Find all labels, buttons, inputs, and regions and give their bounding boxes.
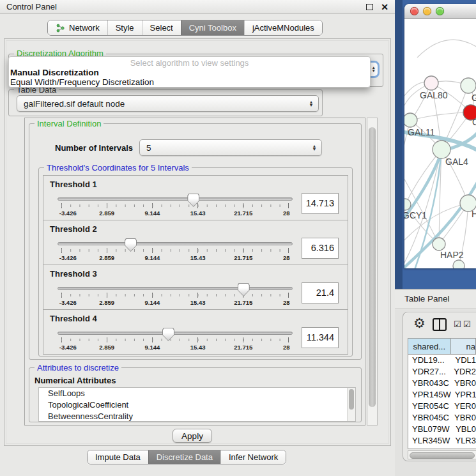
node-label: G xyxy=(472,93,476,103)
table-panel-toolbar: ⚙ ☑ ☑ xyxy=(403,312,476,338)
close-icon[interactable]: ✕ xyxy=(381,3,388,12)
column-header-name[interactable]: na xyxy=(451,339,476,354)
tab-network[interactable]: Network xyxy=(48,20,107,35)
table-panel-titlebar: Table Panel xyxy=(395,289,476,309)
zoom-window-icon[interactable] xyxy=(436,7,444,15)
tab-style[interactable]: Style xyxy=(107,20,142,35)
control-panel-titlebar: Control Panel ✕ xyxy=(0,0,395,14)
threshold-4-panel: Threshold 4 -3.426 2.859 9.144 15.43 xyxy=(43,309,348,355)
table-horizontal-scrollbar[interactable] xyxy=(408,450,476,459)
threshold-2-slider[interactable]: -3.426 2.859 9.144 15.43 21.715 28 xyxy=(58,238,293,264)
scrollbar-thumb[interactable] xyxy=(369,127,376,407)
node-label: GAL80 xyxy=(420,90,448,100)
scrollbar-thumb[interactable] xyxy=(410,452,475,459)
tab-network-label: Network xyxy=(69,23,100,33)
tab-select[interactable]: Select xyxy=(142,20,181,35)
slider-track[interactable] xyxy=(58,287,293,290)
table-header-row: shared... na xyxy=(408,339,476,355)
node-bottom[interactable] xyxy=(453,260,464,268)
app-screen: Control Panel ✕ Network Style Select Cyn… xyxy=(0,0,476,476)
slider-scale-labels: -3.426 2.859 9.144 15.43 21.715 28 xyxy=(61,344,289,351)
threshold-3-value-field[interactable]: 21.4 xyxy=(302,282,339,303)
table-row[interactable]: YDR27...YDR2 xyxy=(408,366,476,378)
numerical-attributes-list: SelfLoops TopologicalCoefficient Between… xyxy=(38,387,356,422)
tab-discretize-data[interactable]: Discretize Data xyxy=(148,450,220,464)
table-row[interactable]: YBL079WYBL0 xyxy=(408,424,476,435)
panel-title: Control Panel xyxy=(6,2,57,12)
slider-track[interactable] xyxy=(58,242,293,245)
combo-stepper-icon: ▲▼ xyxy=(372,66,378,72)
threshold-2-value-field[interactable]: 6.316 xyxy=(302,238,339,259)
threshold-1-slider[interactable]: -3.426 2.859 9.144 15.43 21.715 28 xyxy=(58,194,293,219)
attributes-legend: Attributes to discretize xyxy=(35,363,121,372)
table-data-combobox[interactable]: galFiltered.sif default node ▲▼ xyxy=(17,95,319,112)
network-icon xyxy=(56,24,65,33)
slider-track[interactable] xyxy=(58,197,293,201)
minor-tick-marks xyxy=(61,204,289,207)
tab-jactivemnodules[interactable]: jActiveMNodules xyxy=(244,20,322,35)
node-g[interactable] xyxy=(461,78,476,93)
checkbox-icon[interactable]: ☑ xyxy=(463,320,471,328)
interval-definition-group: Interval Definition Number of Intervals … xyxy=(29,123,362,360)
threshold-1-value-field[interactable]: 14.713 xyxy=(302,193,339,214)
minimize-window-icon[interactable] xyxy=(423,7,431,15)
threshold-4-slider[interactable]: -3.426 2.859 9.144 15.43 21.715 28 xyxy=(58,328,293,353)
threshold-3-label: Threshold 3 xyxy=(50,269,97,279)
list-item[interactable]: TopologicalCoefficient xyxy=(39,399,355,411)
threshold-1-label: Threshold 1 xyxy=(50,180,97,189)
node-label: C xyxy=(472,117,476,127)
settings-vertical-scrollbar[interactable] xyxy=(367,118,378,426)
node-hap2[interactable] xyxy=(433,238,445,250)
slider-track[interactable] xyxy=(58,332,293,335)
threshold-3-panel: Threshold 3 -3.426 2.859 9.144 15.43 xyxy=(43,265,348,310)
thresholds-group-legend: Threshold's Coordinates for 5 Intervals xyxy=(44,163,192,173)
column-header-shared[interactable]: shared... xyxy=(408,339,451,354)
slider-scale-labels: -3.426 2.859 9.144 15.43 21.715 28 xyxy=(61,210,289,217)
table-row[interactable]: YBR043CYBR0 xyxy=(408,378,476,389)
network-view-window[interactable]: GAL80 G C GAL11 GAL4 GCY1 H HAP2 xyxy=(404,4,476,268)
network-window-titlebar[interactable] xyxy=(404,4,476,19)
control-panel-tabs: Network Style Select Cyni Toolbox jActiv… xyxy=(47,20,323,36)
numerical-attributes-label: Numerical Attributes xyxy=(35,376,116,385)
num-intervals-combobox[interactable]: 5 ▲▼ xyxy=(139,139,322,156)
dropdown-option-manual[interactable]: Manual Discretization xyxy=(9,68,370,77)
attributes-list-scrollbar[interactable] xyxy=(347,388,355,421)
table-data-combobox-value: galFiltered.sif default node xyxy=(24,99,125,109)
float-window-icon[interactable] xyxy=(366,4,373,10)
list-item[interactable]: SelfLoops xyxy=(39,388,355,399)
tab-cyni-toolbox[interactable]: Cyni Toolbox xyxy=(181,20,244,35)
checkbox-icon[interactable]: ☑ xyxy=(454,320,461,328)
table-row[interactable]: YPR145WYPR1 xyxy=(408,389,476,401)
table-row[interactable]: YER054CYER0 xyxy=(408,401,476,412)
minor-tick-marks xyxy=(61,294,289,296)
thresholds-stack: Threshold 1 -3.426 2.859 9.144 15.43 xyxy=(43,176,348,355)
gear-icon[interactable]: ⚙ xyxy=(413,316,426,330)
network-canvas[interactable]: GAL80 G C GAL11 GAL4 GCY1 H HAP2 xyxy=(404,19,476,268)
table-row[interactable]: YDL19...YDL1 xyxy=(408,355,476,366)
tab-impute-data[interactable]: Impute Data xyxy=(88,450,148,464)
node-gal80[interactable] xyxy=(424,76,438,90)
node-gal4[interactable] xyxy=(433,141,450,158)
table-row[interactable]: YLR345WYLR3 xyxy=(408,435,476,447)
threshold-3-slider[interactable]: -3.426 2.859 9.144 15.43 21.715 28 xyxy=(58,283,293,309)
interval-definition-legend: Interval Definition xyxy=(35,119,104,128)
table-row[interactable]: YBR045CYBR0 xyxy=(408,412,476,424)
columns-icon[interactable] xyxy=(433,318,447,331)
tab-infer-network[interactable]: Infer Network xyxy=(220,450,286,464)
combo-stepper-icon: ▲▼ xyxy=(310,144,321,151)
minor-tick-marks xyxy=(61,339,289,341)
threshold-1-panel: Threshold 1 -3.426 2.859 9.144 15.43 xyxy=(43,175,348,220)
table-row[interactable]: YIL052CYIL0 xyxy=(408,447,476,449)
threshold-4-value-field[interactable]: 11.344 xyxy=(302,327,339,348)
node-label: GAL11 xyxy=(408,127,435,137)
node-gal11[interactable] xyxy=(404,113,417,127)
node-attribute-table: shared... na YDL19...YDL1 YDR27...YDR2 Y… xyxy=(408,338,476,449)
node-label: HAP2 xyxy=(440,250,464,260)
combo-stepper-icon: ▲▼ xyxy=(307,100,318,107)
threshold-4-label: Threshold 4 xyxy=(50,314,97,323)
num-intervals-label: Number of Intervals xyxy=(55,143,133,153)
close-window-icon[interactable] xyxy=(410,7,418,15)
apply-button[interactable]: Apply xyxy=(173,429,212,443)
dropdown-option-equal-width[interactable]: Equal Width/Frequency Discretization xyxy=(9,77,370,87)
list-item[interactable]: BetweennessCentrality xyxy=(39,411,355,422)
